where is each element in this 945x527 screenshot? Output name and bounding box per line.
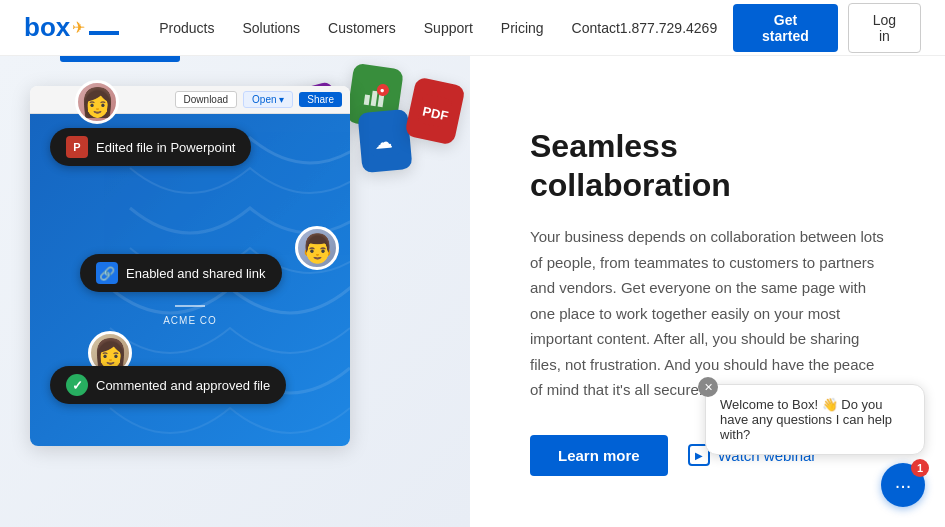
section-body: Your business depends on collaboration b… — [530, 224, 885, 403]
chat-fab-button[interactable]: ··· 1 — [881, 463, 925, 507]
nav-links: Products Solutions Customers Support Pri… — [159, 20, 620, 36]
open-button[interactable]: Open ▾ — [243, 91, 293, 108]
nav-support[interactable]: Support — [424, 20, 473, 36]
avatar-top: 👩 — [75, 80, 119, 124]
notification-ppt: P Edited file in Powerpoint — [50, 128, 251, 166]
download-button[interactable]: Download — [175, 91, 237, 108]
nav-products[interactable]: Products — [159, 20, 214, 36]
svg-text:☁: ☁ — [373, 131, 393, 152]
pdf-file-icon: PDF — [404, 76, 465, 145]
logo-text: box — [24, 12, 70, 43]
chat-icon: ··· — [895, 474, 912, 497]
share-button[interactable]: Share — [299, 92, 342, 107]
notification-link-text: Enabled and shared link — [126, 266, 266, 281]
login-button[interactable]: Log in — [848, 3, 921, 53]
left-panel: ♪ ● ● ☁ — [0, 56, 470, 527]
chat-close-button[interactable]: ✕ — [698, 377, 718, 397]
logo-wings: ✈ — [72, 18, 85, 37]
notification-comment-text: Commented and approved file — [96, 378, 270, 393]
chat-bubble-text: Welcome to Box! 👋 Do you have any questi… — [720, 397, 892, 442]
nav-solutions[interactable]: Solutions — [242, 20, 300, 36]
logo-underline — [89, 31, 119, 35]
get-started-button[interactable]: Get started — [733, 4, 837, 52]
notification-comment: ✓ Commented and approved file — [50, 366, 286, 404]
logo: box ✈ — [24, 12, 119, 43]
chat-bubble: ✕ Welcome to Box! 👋 Do you have any ques… — [705, 384, 925, 455]
nav-customers[interactable]: Customers — [328, 20, 396, 36]
cloud-file-icon: ☁ — [357, 109, 412, 173]
learn-more-button[interactable]: Learn more — [530, 435, 668, 476]
chat-badge: 1 — [911, 459, 929, 477]
check-icon: ✓ — [66, 374, 88, 396]
navigation: box ✈ Products Solutions Customers Suppo… — [0, 0, 945, 56]
avatar-mid: 👨 — [295, 226, 339, 270]
section-title: Seamless collaboration — [530, 127, 885, 204]
doc-subtitle: ACME CO — [119, 315, 262, 326]
notification-ppt-text: Edited file in Powerpoint — [96, 140, 235, 155]
powerpoint-icon: P — [66, 136, 88, 158]
doc-divider — [175, 305, 205, 307]
nav-contact[interactable]: Contact — [572, 20, 620, 36]
chat-widget: ✕ Welcome to Box! 👋 Do you have any ques… — [705, 384, 925, 507]
phone-number: 1.877.729.4269 — [620, 20, 717, 36]
nav-pricing[interactable]: Pricing — [501, 20, 544, 36]
notification-link: 🔗 Enabled and shared link — [80, 254, 282, 292]
nav-actions: Get started Log in — [733, 3, 921, 53]
link-icon: 🔗 — [96, 262, 118, 284]
